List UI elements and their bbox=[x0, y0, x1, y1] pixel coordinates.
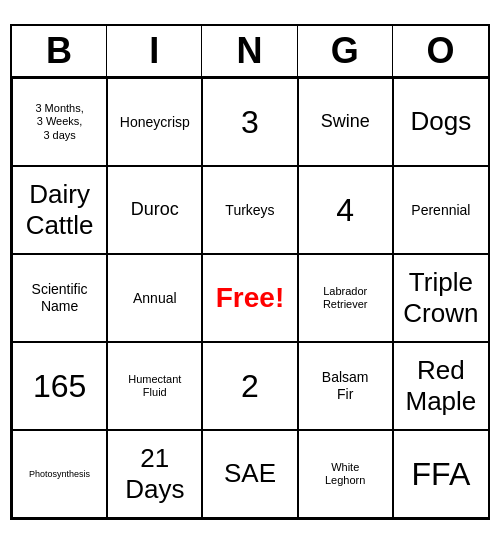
cell-text-11: Annual bbox=[133, 290, 177, 307]
header-letter-b: B bbox=[12, 26, 107, 76]
cell-text-17: 2 bbox=[241, 367, 259, 405]
bingo-cell-17: 2 bbox=[202, 342, 297, 430]
bingo-cell-12: Free! bbox=[202, 254, 297, 342]
header-letter-g: G bbox=[298, 26, 393, 76]
cell-text-7: Turkeys bbox=[225, 202, 274, 219]
bingo-cell-18: Balsam Fir bbox=[298, 342, 393, 430]
bingo-cell-22: SAE bbox=[202, 430, 297, 518]
header-letter-o: O bbox=[393, 26, 488, 76]
cell-text-2: 3 bbox=[241, 103, 259, 141]
cell-text-23: White Leghorn bbox=[325, 461, 365, 487]
cell-text-22: SAE bbox=[224, 458, 276, 489]
cell-text-14: Triple Crown bbox=[403, 267, 478, 329]
bingo-cell-20: Photosynthesis bbox=[12, 430, 107, 518]
cell-text-18: Balsam Fir bbox=[322, 369, 369, 403]
cell-text-6: Duroc bbox=[131, 199, 179, 221]
bingo-cell-23: White Leghorn bbox=[298, 430, 393, 518]
cell-text-16: Humectant Fluid bbox=[128, 373, 181, 399]
bingo-cell-16: Humectant Fluid bbox=[107, 342, 202, 430]
bingo-cell-2: 3 bbox=[202, 78, 297, 166]
bingo-cell-7: Turkeys bbox=[202, 166, 297, 254]
cell-text-3: Swine bbox=[321, 111, 370, 133]
bingo-cell-9: Perennial bbox=[393, 166, 488, 254]
bingo-cell-6: Duroc bbox=[107, 166, 202, 254]
cell-text-10: Scientific Name bbox=[32, 281, 88, 315]
header-letter-n: N bbox=[202, 26, 297, 76]
cell-text-19: Red Maple bbox=[405, 355, 476, 417]
bingo-cell-14: Triple Crown bbox=[393, 254, 488, 342]
cell-text-9: Perennial bbox=[411, 202, 470, 219]
cell-text-12: Free! bbox=[216, 281, 284, 315]
cell-text-4: Dogs bbox=[411, 106, 472, 137]
bingo-header: BINGO bbox=[12, 26, 488, 78]
bingo-cell-19: Red Maple bbox=[393, 342, 488, 430]
bingo-cell-4: Dogs bbox=[393, 78, 488, 166]
cell-text-13: Labrador Retriever bbox=[323, 285, 368, 311]
bingo-card: BINGO 3 Months, 3 Weeks, 3 daysHoneycris… bbox=[10, 24, 490, 520]
bingo-cell-15: 165 bbox=[12, 342, 107, 430]
bingo-cell-1: Honeycrisp bbox=[107, 78, 202, 166]
bingo-cell-13: Labrador Retriever bbox=[298, 254, 393, 342]
bingo-cell-0: 3 Months, 3 Weeks, 3 days bbox=[12, 78, 107, 166]
bingo-cell-24: FFA bbox=[393, 430, 488, 518]
cell-text-24: FFA bbox=[412, 455, 471, 493]
bingo-grid: 3 Months, 3 Weeks, 3 daysHoneycrisp3Swin… bbox=[12, 78, 488, 518]
cell-text-20: Photosynthesis bbox=[29, 469, 90, 480]
cell-text-5: Dairy Cattle bbox=[26, 179, 94, 241]
cell-text-1: Honeycrisp bbox=[120, 114, 190, 131]
bingo-cell-5: Dairy Cattle bbox=[12, 166, 107, 254]
bingo-cell-10: Scientific Name bbox=[12, 254, 107, 342]
header-letter-i: I bbox=[107, 26, 202, 76]
bingo-cell-21: 21 Days bbox=[107, 430, 202, 518]
cell-text-21: 21 Days bbox=[125, 443, 184, 505]
cell-text-0: 3 Months, 3 Weeks, 3 days bbox=[35, 102, 83, 142]
cell-text-8: 4 bbox=[336, 191, 354, 229]
bingo-cell-8: 4 bbox=[298, 166, 393, 254]
bingo-cell-11: Annual bbox=[107, 254, 202, 342]
cell-text-15: 165 bbox=[33, 367, 86, 405]
bingo-cell-3: Swine bbox=[298, 78, 393, 166]
